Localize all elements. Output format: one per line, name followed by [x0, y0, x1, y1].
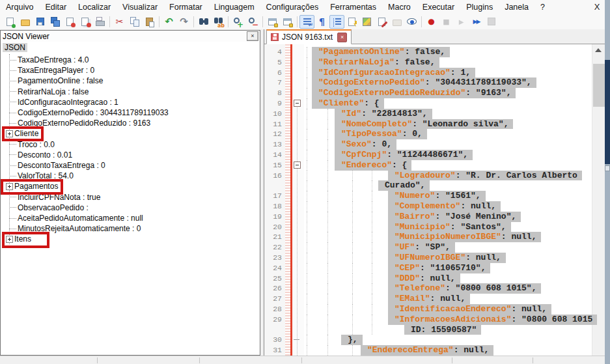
fold-margin-cell[interactable] — [292, 180, 304, 191]
fold-collapse-icon[interactable] — [294, 100, 301, 107]
code-text[interactable]: "Numero": "1561", — [304, 191, 592, 201]
line-number[interactable]: 17 — [264, 191, 285, 201]
print-icon[interactable] — [92, 15, 107, 29]
line-number[interactable] — [264, 180, 285, 191]
indent-guide-icon[interactable] — [329, 15, 344, 29]
line-number[interactable]: 13 — [264, 139, 285, 150]
line-number[interactable]: 27 — [264, 294, 285, 304]
save-all-icon[interactable] — [48, 15, 62, 29]
line-number[interactable]: 31 — [264, 345, 285, 356]
fold-margin-cell[interactable] — [292, 253, 304, 263]
line-number[interactable]: 15 — [264, 160, 285, 171]
code-text[interactable]: "DDD": null, — [304, 273, 592, 284]
fold-margin-cell[interactable] — [292, 171, 304, 181]
tree-item-incluircpfnanota[interactable]: IncluirCPFNaNota : true — [1, 192, 260, 203]
fold-margin-cell[interactable] — [292, 304, 304, 315]
fold-margin-cell[interactable] — [292, 263, 304, 273]
line-number[interactable]: 11 — [264, 119, 285, 130]
code-text[interactable]: "Telefone": "0800 608 1015", — [304, 283, 592, 294]
code-text[interactable]: "Logradouro": "R. Dr. Carlos Alberto — [304, 171, 592, 181]
code-text[interactable]: "Complemento": null, — [304, 201, 592, 212]
code-text[interactable]: "PagamentoOnline": false, — [304, 47, 592, 57]
run-document-icon[interactable] — [344, 15, 359, 29]
code-text[interactable]: "UF": "SP", — [304, 242, 592, 253]
code-area[interactable]: 4"PagamentoOnline": false,5"RetirarNaLoj… — [264, 47, 592, 356]
code-text[interactable]: "EnderecoEntrega": null, — [304, 345, 592, 356]
expand-plus-icon[interactable] — [6, 183, 13, 190]
code-text[interactable]: "IdentificacaoEndereco": null, — [304, 304, 592, 315]
zoom-out-icon[interactable] — [245, 15, 260, 29]
menu-item-plugins[interactable]: Plugins — [460, 0, 499, 14]
fold-margin-cell[interactable] — [292, 98, 304, 109]
tree-item-pagamentos[interactable]: Pagamentos — [1, 181, 260, 191]
line-number[interactable] — [264, 325, 285, 335]
tree-item-idconfiguracaointegracao[interactable]: IdConfiguracaoIntegracao : 1 — [1, 97, 260, 107]
fold-margin-cell[interactable] — [292, 201, 304, 212]
tree-item-retirarnaloja[interactable]: RetirarNaLoja : false — [1, 87, 260, 97]
line-number[interactable]: 9 — [264, 98, 285, 109]
paste-icon[interactable] — [142, 15, 157, 29]
code-text[interactable]: "InformacoesAdicionais": "0800 608 1015 — [304, 315, 597, 325]
code-text[interactable]: "CodigoExternoPedido": "3044311789119033… — [304, 77, 592, 88]
macro-run-multiple-icon[interactable]: ▶▶ — [469, 15, 484, 29]
fold-margin-cell[interactable] — [292, 129, 304, 139]
tree-item-aceitapedidoautomaticamente[interactable]: AceitaPedidoAutomaticamente : null — [1, 213, 260, 223]
code-text[interactable]: "Cliente": { — [304, 98, 592, 109]
fold-margin-cell[interactable] — [292, 191, 304, 201]
line-number[interactable]: 25 — [264, 273, 285, 284]
line-number[interactable]: 10 — [264, 109, 285, 119]
line-number[interactable]: 24 — [264, 263, 285, 273]
tree-item-observacaopedido[interactable]: ObservacaoPedido : — [1, 203, 260, 213]
menu-item-janela[interactable]: Janela — [499, 0, 534, 14]
word-wrap-icon[interactable] — [299, 15, 314, 29]
open-folder-icon[interactable] — [18, 15, 33, 29]
fold-margin-cell[interactable] — [292, 88, 304, 98]
monitoring-icon[interactable] — [404, 15, 419, 29]
fold-margin-cell[interactable] — [292, 345, 304, 356]
menu-item-localizar[interactable]: Localizar — [72, 0, 117, 14]
fold-margin-cell[interactable] — [292, 160, 304, 171]
code-text[interactable]: "EMail": null, — [304, 294, 592, 304]
menu-item-editar[interactable]: Editar — [39, 0, 72, 14]
new-file-icon[interactable] — [3, 15, 18, 29]
close-file-icon[interactable] — [62, 15, 77, 29]
menu-item-ferramentas[interactable]: Ferramentas — [324, 0, 382, 14]
line-number[interactable]: 12 — [264, 129, 285, 139]
code-text[interactable]: "Municipio": "Santos", — [304, 222, 592, 232]
line-number[interactable]: 30 — [264, 335, 285, 345]
line-number[interactable]: 28 — [264, 304, 285, 315]
tree-item-taxadeentrega[interactable]: TaxaDeEntrega : 4.0 — [1, 55, 260, 65]
tree-item-descontotaxaentrega[interactable]: DescontoTaxaEntrega : 0 — [1, 160, 260, 171]
fold-margin-cell[interactable] — [292, 232, 304, 242]
code-text[interactable]: "CodigoExternoPedidoReduzido": "9163", — [304, 88, 592, 98]
tree-root-node[interactable]: JSON — [1, 42, 260, 53]
window-close-button[interactable]: X — [590, 1, 603, 12]
menu-item-macro[interactable]: Macro — [382, 0, 417, 14]
tree-item-codigoexternopedido[interactable]: CodigoExternoPedido : 3044311789119033 — [1, 107, 260, 118]
show-all-chars-icon[interactable]: ¶ — [314, 15, 329, 29]
find-icon[interactable] — [196, 15, 211, 29]
code-text[interactable]: "RetirarNaLoja": false, — [304, 57, 592, 68]
fold-margin-cell[interactable] — [292, 109, 304, 119]
menu-item-arquivo[interactable]: Arquivo — [0, 0, 39, 14]
code-text[interactable]: ID: 15590587" — [304, 325, 592, 335]
tab-json-9163[interactable]: JSON 9163.txt × — [266, 29, 352, 44]
menu-item-formatar[interactable]: Formatar — [163, 0, 208, 14]
expand-plus-icon[interactable] — [6, 130, 13, 137]
macro-play-icon[interactable]: ▶ — [454, 15, 469, 29]
undo-icon[interactable]: ↶ — [161, 15, 176, 29]
copy-icon[interactable] — [127, 15, 142, 29]
close-all-icon[interactable] — [77, 15, 92, 29]
fold-margin-cell[interactable] — [292, 222, 304, 232]
macro-stop-icon[interactable]: ■ — [439, 15, 454, 29]
line-number[interactable]: 14 — [264, 150, 285, 160]
fold-margin-cell[interactable] — [292, 77, 304, 88]
sync-vertical-icon[interactable] — [265, 15, 280, 29]
folder-as-workspace-icon[interactable] — [389, 15, 404, 29]
line-number[interactable]: 16 — [264, 171, 285, 181]
fold-margin-cell[interactable] — [292, 294, 304, 304]
tree-item-taxaentregaplayer[interactable]: TaxaEntregaPlayer : 0 — [1, 65, 260, 76]
line-number[interactable]: 20 — [264, 222, 285, 232]
line-number[interactable]: 5 — [264, 57, 285, 68]
fold-margin-cell[interactable] — [292, 47, 304, 57]
